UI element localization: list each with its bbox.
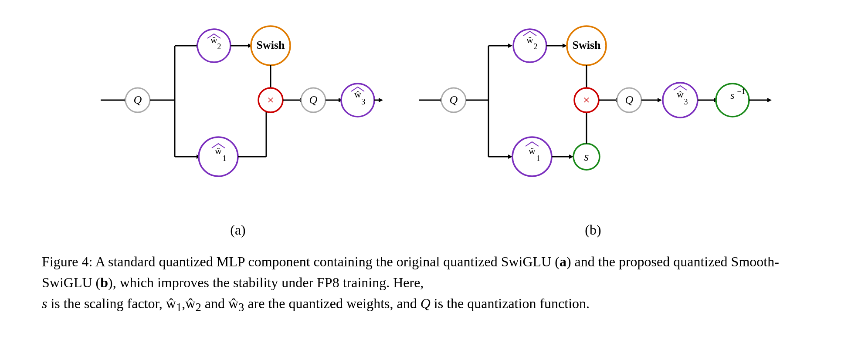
svg-text:Q: Q [134,94,142,106]
svg-text:Q: Q [309,94,318,106]
figure-number: Figure 4: [42,254,92,269]
svg-text:×: × [583,93,590,107]
svg-text:ŵ: ŵ [526,34,533,45]
svg-text:ŵ: ŵ [354,89,361,100]
svg-text:×: × [267,93,274,107]
svg-marker-38 [379,98,383,102]
svg-text:1: 1 [223,154,227,163]
svg-text:−1: −1 [737,87,745,96]
svg-marker-75 [658,98,662,102]
svg-text:Q: Q [625,94,634,106]
svg-text:3: 3 [684,97,688,106]
diagram-a: Q ŵ 2 Swish [96,9,380,238]
svg-text:ŵ: ŵ [215,145,222,156]
svg-point-76 [663,83,698,118]
svg-text:ŵ: ŵ [529,145,536,156]
svg-text:1: 1 [536,154,540,163]
svg-text:Swish: Swish [572,39,601,51]
svg-text:ŵ: ŵ [677,89,684,100]
svg-text:Q: Q [450,94,458,106]
diagrams-row: Q ŵ 2 Swish [26,9,842,238]
caption-line2: s is the scaling factor, ŵ1,ŵ2 and ŵ3 ar… [42,296,590,311]
figure-caption: Figure 4: A standard quantized MLP compo… [42,251,826,316]
svg-text:2: 2 [217,42,221,51]
svg-text:Swish: Swish [256,39,285,51]
svg-marker-85 [767,98,772,102]
svg-text:s: s [730,90,734,101]
diagram-b: Q ŵ 2 Swish [414,9,772,238]
diagram-b-label: (b) [585,222,601,238]
svg-point-59 [512,137,552,176]
svg-text:3: 3 [362,97,366,106]
svg-text:2: 2 [534,42,538,51]
svg-point-20 [199,137,238,176]
bold-a: a [559,254,566,269]
svg-marker-46 [508,44,512,48]
svg-text:s: s [584,150,589,163]
bold-b: b [100,275,108,290]
diagram-a-label: (a) [230,222,246,238]
